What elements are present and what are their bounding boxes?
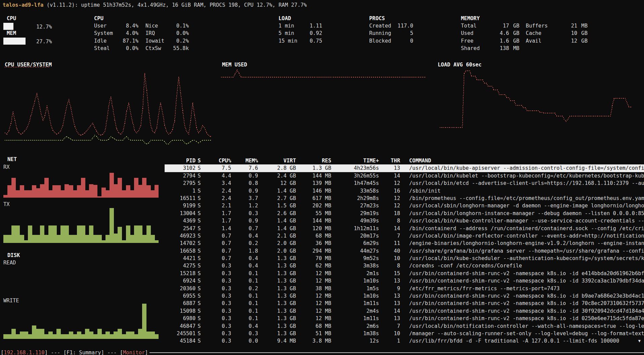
procs-row-cell: 117.0 (393, 22, 413, 30)
memory-row-cell: Avail (526, 37, 552, 45)
cell: 1.3 GB (258, 277, 296, 285)
cell: 13 (379, 277, 400, 285)
memory-row-cell: GB (581, 37, 593, 45)
cell: 27m23s (331, 202, 379, 209)
memory-row-cell: Buffers (526, 22, 552, 30)
cell: S (196, 292, 203, 300)
memory-row-cell: MB (513, 45, 524, 52)
cell: 29m19s (331, 210, 379, 217)
process-table: PIDSCPU%MEM%VIRTRESTIME+THRCOMMAND 3102S… (165, 157, 644, 345)
table-row[interactable]: 1S2.40.91.4 GB146 MB33m58s16/sbin/init (165, 187, 644, 195)
status-text: [F1: Summary] (63, 350, 104, 355)
load-avg-graph (439, 67, 631, 146)
cell: 1.4 GB (258, 225, 296, 232)
talos-dashboard: talos-ad9-lfa (v1.11.2): uptime 51h37m52… (0, 0, 644, 355)
table-row[interactable]: 16511S2.43.72.7 GB617 MB2h29m8s12/bin/pr… (165, 195, 644, 202)
memory-row-cell: 138 (481, 45, 509, 52)
cell: 0.3 (231, 330, 258, 337)
table-row[interactable]: 16658S0.71.82.0 GB294 MB44m27s40/usr/sha… (165, 247, 644, 255)
table-row[interactable]: 46847S0.30.41.3 GB68 MB2m6s7/usr/local/b… (165, 322, 644, 330)
cell: 14 (379, 172, 400, 180)
cell: 12 MB (296, 300, 331, 307)
cell: 44m27s (331, 247, 379, 255)
cell: 36 MB (296, 240, 331, 247)
table-row[interactable]: 14702S0.70.22.0 GB36 MB6m29s11/engine-bi… (165, 240, 644, 247)
cpu-stat-row-cell: User (94, 22, 115, 30)
cell: 12s (331, 337, 379, 345)
cell: 139 MB (296, 180, 331, 187)
cpu-stat-row: Idle87.1%Iowait0.2% (94, 37, 189, 45)
cell: 0.2 (231, 285, 258, 292)
cell: 1.4 (203, 225, 231, 232)
cell: 51 MB (296, 330, 331, 337)
table-row[interactable]: 4369S1.70.91.4 GB144 MB49m39s8/usr/local… (165, 217, 644, 224)
column-header-s: S (196, 157, 203, 164)
cell: S (196, 217, 203, 224)
status-bar-text[interactable]: [192.168.1.110] --- [F1: Summary] --- [M… (1, 349, 148, 355)
disk-read-label: READ (3, 259, 16, 266)
table-row[interactable]: 45184S0.30.09.4 MB3.8 MB12s1/usr/lib/frr… (165, 337, 644, 345)
disk-write-graph (3, 304, 159, 339)
status-accent-text: 192.168.1.110 (4, 350, 44, 355)
cell: 2.4 (203, 187, 231, 195)
cpu-stat-row-cell: Nice (145, 22, 172, 30)
process-table-header: PIDSCPU%MEM%VIRTRESTIME+THRCOMMAND (165, 157, 644, 164)
cell: 0.3 (203, 285, 231, 292)
column-header-thr: THR (379, 157, 400, 164)
cell: 4421 (165, 255, 196, 262)
table-row[interactable]: 15098S0.30.11.3 GB12 MB2m4s14/usr/bin/co… (165, 307, 644, 315)
cell: /etc/frr_metrics/frr-metrics --metrics-p… (409, 285, 644, 292)
table-row[interactable]: 2795S3.40.812 GB139 MB1h47m45s12/usr/loc… (165, 180, 644, 187)
table-row[interactable]: 6955S0.30.11.3 GB12 MB1m10s13/usr/bin/co… (165, 292, 644, 300)
column-header-command: COMMAND (409, 157, 644, 164)
load-row-cell: 0.75 (299, 37, 322, 45)
net-rx-label: RX (3, 163, 10, 171)
cell: 0.1 (231, 300, 258, 307)
cell: /usr/bin/containerd-shim-runc-v2 -namesp… (409, 315, 644, 322)
cell: 8 (379, 217, 400, 224)
table-row[interactable]: 4421S0.70.41.3 GB70 MB9m52s10/usr/local/… (165, 255, 644, 262)
table-row[interactable]: 4275S0.30.41.3 GB62 MB3m38s8/coredns -co… (165, 262, 644, 269)
cell: 144 MB (296, 172, 331, 180)
status-text: ] (145, 350, 148, 355)
cell: 12 (379, 202, 400, 209)
table-row[interactable]: 20360S0.30.21.3 GB38 MB1m5s9/etc/frr_met… (165, 285, 644, 292)
cell: 0.3 (203, 292, 231, 300)
cell: 144 MB (296, 217, 331, 224)
cell: 12 MB (296, 315, 331, 322)
column-header-res: RES (296, 157, 331, 164)
cell: 14702 (165, 240, 196, 247)
cell: 4369 (165, 217, 196, 224)
cell: 7 (379, 232, 400, 240)
cpu-stat-row: Steal0.0%CtxSw55.8k (94, 45, 189, 52)
memory-row-cell: Free (461, 37, 481, 45)
table-row[interactable]: 6924S0.30.11.3 GB12 MB1m10s13/usr/bin/co… (165, 277, 644, 285)
cell: 13 (379, 164, 400, 172)
cell: S (196, 255, 203, 262)
cell: 3h26m55s (331, 172, 379, 180)
cell: 4275 (165, 262, 196, 269)
procs-row-cell: 0 (393, 37, 413, 45)
cell: 68 MB (296, 232, 331, 240)
table-row[interactable]: 13004S1.70.32.6 GB55 MB29m19s18/usr/loca… (165, 210, 644, 217)
table-row[interactable]: 15218S0.30.11.3 GB12 MB2m1s15/usr/bin/co… (165, 270, 644, 277)
cell: 12 MB (296, 307, 331, 315)
table-row[interactable]: 46923S0.70.42.1 GB68 MB20m17s7/usr/local… (165, 232, 644, 240)
scroll-down-indicator[interactable]: ▼ (638, 337, 641, 345)
cell: 1.3 GB (296, 164, 331, 172)
cell: 202 MB (296, 202, 331, 209)
table-row[interactable]: 9199S2.11.21.5 GB202 MB27m23s12/usr/loca… (165, 202, 644, 209)
cell: 0.3 (203, 330, 231, 337)
table-row[interactable]: 6887S0.30.11.3 GB12 MB1m11s13/usr/bin/co… (165, 300, 644, 307)
table-row[interactable]: 245501S0.30.31.3 GB51 MB1m38s10/manager … (165, 330, 644, 337)
table-row[interactable]: 2547S1.40.71.4 GB120 MB1h12m11s14/bin/co… (165, 225, 644, 232)
table-row-selected[interactable]: 3102S7.57.62.8 GB1.3 GB4h23m56s13/usr/lo… (165, 164, 644, 172)
cpu-stats: User8.4%Nice0.1%System4.0%IRQ0.0%Idle87.… (94, 22, 189, 52)
cell: 2547 (165, 225, 196, 232)
table-row[interactable]: 2794S4.40.92.4 GB144 MB3h26m55s14/usr/lo… (165, 172, 644, 180)
load-header: LOAD (278, 15, 291, 22)
load-row-cell: 1 min (278, 22, 299, 30)
mem-gauge-label: MEM (7, 30, 16, 37)
cell: 13 (379, 300, 400, 307)
table-row[interactable]: 6980S0.30.11.3 GB12 MB1m11s13/usr/bin/co… (165, 315, 644, 322)
